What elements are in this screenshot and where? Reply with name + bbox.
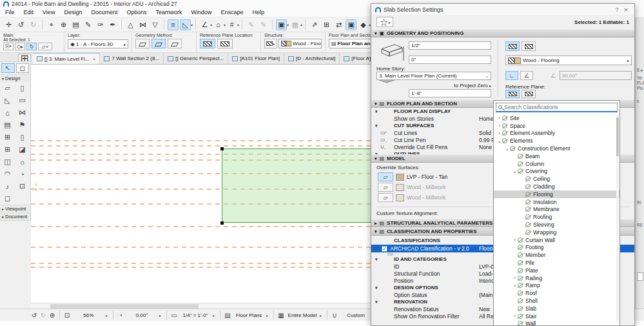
zone-tool[interactable]: ◫ xyxy=(0,156,15,168)
snap-grid-button[interactable]: # xyxy=(226,19,237,30)
marquee-mode-button[interactable]: ▣ xyxy=(276,19,287,30)
structure-field[interactable]: Wood - Floor... ▸ xyxy=(278,39,322,48)
tab-6[interactable]: [Floor A] xyxy=(340,53,375,64)
favorites-icon[interactable]: ◆ xyxy=(358,19,369,30)
orientation-value[interactable]: 0.00° xyxy=(125,312,159,318)
roof-tool[interactable]: ⌂ xyxy=(0,107,15,119)
checkbox[interactable]: ✓ xyxy=(382,246,387,252)
slope-flat-toggle[interactable]: ∟ xyxy=(505,71,518,80)
tree-item-construction-element[interactable]: ⌄Construction Element xyxy=(494,145,620,152)
structure-display-icon[interactable]: ▦ xyxy=(277,311,286,320)
find-select-icon[interactable]: ⌖ xyxy=(46,19,57,30)
tree-item-column[interactable]: Column xyxy=(494,160,620,168)
tree-item-elements[interactable]: ⌄Elements xyxy=(494,137,620,145)
tree-item-wrapping[interactable]: Wrapping xyxy=(494,229,620,236)
menu-item-help[interactable]: Help xyxy=(253,9,265,15)
tab-4[interactable]: [A101 Floor Plan] xyxy=(228,53,284,64)
undo-button[interactable]: ↺ xyxy=(15,19,26,30)
to-project-zero[interactable]: to Project Zero ▸ xyxy=(410,83,491,88)
tree-item-railing[interactable]: ›Railing xyxy=(494,274,620,282)
zoom-in-button[interactable]: ⊕ xyxy=(48,311,57,320)
tree-item-membrane[interactable]: Membrane xyxy=(494,206,620,214)
skylight-tool[interactable]: ◪ xyxy=(15,143,30,156)
mirror-icon[interactable]: ⋈ xyxy=(137,19,148,30)
door-tool[interactable]: ▯ xyxy=(15,131,30,143)
close-button[interactable]: × xyxy=(621,6,630,14)
railing-tool[interactable]: ⚑ xyxy=(15,119,30,131)
chevron-right-icon[interactable]: ▸ xyxy=(320,313,322,318)
chevron-right-icon[interactable]: ▸ xyxy=(106,313,108,318)
view-set[interactable]: Floor Plans xyxy=(232,312,266,318)
tree-item-insulation[interactable]: Insulation xyxy=(494,198,620,206)
slab-type-button[interactable]: ▱˅ xyxy=(38,43,52,50)
tab-1[interactable]: [] 3. Main Level Fl...× xyxy=(33,53,100,64)
chevron-down-icon[interactable]: ⌄ xyxy=(496,138,502,144)
group-button[interactable]: ▣ xyxy=(346,19,356,30)
favorites-button[interactable]: ◇▸ xyxy=(15,43,25,50)
edit-icon[interactable]: ✎ xyxy=(83,19,93,30)
swap-icon[interactable]: ⇄ xyxy=(333,19,344,30)
multiply-icon[interactable]: ▽ xyxy=(150,19,161,30)
tree-item-footing[interactable]: Footing xyxy=(494,244,620,252)
home-story-select[interactable]: 3. Main Level Floor Plan (Current) ⌄ xyxy=(376,72,491,80)
menu-item-file[interactable]: File xyxy=(5,9,15,15)
arrow-tool[interactable]: ↖ xyxy=(1,63,15,73)
surface-toggle-button[interactable]: ▱ xyxy=(378,183,393,192)
tree-item-curtain-wall[interactable]: ›Curtain Wall xyxy=(494,236,620,244)
surface-toggle-button[interactable]: ▱ xyxy=(378,193,393,202)
inject-parameters-icon[interactable]: ✒ xyxy=(107,19,118,30)
tree-item-plate[interactable]: Plate xyxy=(494,267,620,274)
geometry-method-rectangle-button[interactable]: ▱ xyxy=(151,39,166,48)
tree-item-member[interactable]: Member xyxy=(494,251,620,259)
morph-tool[interactable]: ◠ xyxy=(0,168,15,180)
rotate-mode-button[interactable]: ↻ xyxy=(26,43,37,50)
surface-toggle-button[interactable]: ▱ xyxy=(378,172,393,181)
orientation-icon[interactable]: ◔ xyxy=(116,311,125,320)
layers-icon[interactable]: ▤ xyxy=(70,19,81,30)
help-button[interactable]: ? xyxy=(612,6,621,13)
chevron-right-icon[interactable]: ▸ xyxy=(213,313,215,318)
modify-icon[interactable]: ⇗ xyxy=(309,19,320,30)
tree-item-pile[interactable]: Pile xyxy=(494,259,620,267)
chevron-right-icon[interactable]: › xyxy=(512,283,518,289)
view-set-icon[interactable]: ▤ xyxy=(223,311,232,320)
structure-basic-toggle[interactable] xyxy=(505,41,520,51)
structure-dropdown[interactable]: Wood - Flooring ▸ xyxy=(505,56,632,65)
reference-plane-top-button[interactable] xyxy=(505,90,520,98)
geometry-method-rotated-button[interactable]: ▱ xyxy=(168,39,182,48)
pen-set-icon[interactable]: ∪ xyxy=(330,311,339,320)
gravity-button[interactable]: ⌂ xyxy=(213,19,224,30)
favorites-star-button[interactable]: ☆▸ xyxy=(376,17,393,27)
tree-item-space[interactable]: ›Space xyxy=(494,122,620,130)
classification-search[interactable] xyxy=(496,103,618,112)
menu-item-view[interactable]: View xyxy=(43,9,55,15)
chevron-right-icon[interactable]: ▸ xyxy=(159,313,161,318)
tree-item-covering[interactable]: ⌄Covering xyxy=(494,168,620,176)
tree-item-shell[interactable]: Shell xyxy=(494,297,620,305)
tab-3[interactable]: [] Generic Perspect... xyxy=(164,53,228,64)
section-tool[interactable]: ◻ xyxy=(0,192,15,205)
menu-item-window[interactable]: Window xyxy=(191,9,211,15)
column-tool[interactable]: ▯ xyxy=(15,82,30,94)
structure-basic-button[interactable]: ▸ xyxy=(264,39,277,48)
settings-dialog-button[interactable]: ⎘▸ xyxy=(3,43,14,50)
tree-item-element-assembly[interactable]: ›Element Assembly xyxy=(494,130,620,138)
trace-pen-icon[interactable]: ✎ xyxy=(246,19,257,30)
lamp-tool[interactable]: ☼ xyxy=(15,156,30,168)
pen-set[interactable]: Custom xyxy=(339,312,373,318)
toolbox-section-design[interactable]: ▾Design xyxy=(0,74,30,82)
structure-display[interactable]: Entire Model xyxy=(286,312,319,318)
chevron-right-icon[interactable]: ▸ xyxy=(266,313,268,318)
drawing-scale[interactable]: 1/4" = 1'-0" xyxy=(179,312,212,318)
chevron-down-icon[interactable]: ⌄ xyxy=(504,146,510,152)
lock-button[interactable]: ▦ xyxy=(289,19,300,30)
menu-item-enscape[interactable]: Enscape xyxy=(221,9,244,15)
wall-tool[interactable]: ▱ xyxy=(0,82,15,94)
menu-item-design[interactable]: Design xyxy=(64,9,82,15)
stair-tool[interactable]: ▤ xyxy=(0,119,15,131)
snap-guides-button[interactable]: ∠ xyxy=(199,19,210,30)
popup-scrollbar[interactable] xyxy=(616,115,619,323)
scale-icon[interactable]: ▭ xyxy=(170,311,179,320)
zoom-icon[interactable]: ⊕ xyxy=(58,19,69,30)
menu-item-options[interactable]: Options xyxy=(126,9,146,15)
